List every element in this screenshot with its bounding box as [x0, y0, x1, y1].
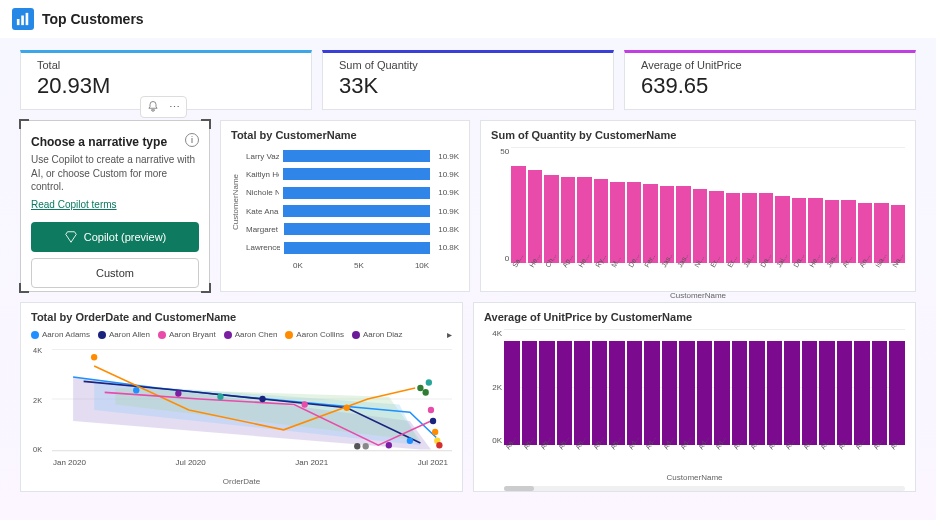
bar[interactable] [872, 341, 888, 445]
bar[interactable] [557, 341, 573, 445]
bar-chart-icon [12, 8, 34, 30]
svg-rect-1 [21, 16, 24, 26]
bar[interactable] [784, 341, 800, 445]
bar[interactable] [627, 341, 643, 445]
bar-fill [284, 242, 431, 254]
more-options-icon[interactable]: ⋯ [169, 101, 180, 114]
svg-point-17 [407, 438, 413, 445]
page-title: Top Customers [42, 11, 144, 27]
bar[interactable] [504, 341, 520, 445]
bar-row[interactable]: Larry Vaz...10.9K [246, 150, 459, 162]
x-axis-ticks: Jan 2020 Jul 2020 Jan 2021 Jul 2021 [31, 458, 452, 467]
bar[interactable] [609, 341, 625, 445]
kpi-quantity[interactable]: Sum of Quantity 33K [322, 50, 614, 110]
copilot-terms-link[interactable]: Read Copilot terms [31, 199, 117, 210]
bar[interactable] [837, 341, 853, 445]
bar[interactable] [522, 341, 538, 445]
selection-corner [19, 283, 29, 293]
notification-icon[interactable] [147, 100, 159, 114]
legend-dot [98, 331, 106, 339]
legend-item[interactable]: Aaron Chen [224, 330, 278, 339]
horizontal-scrollbar[interactable] [504, 486, 905, 491]
bar-value: 10.9K [438, 152, 459, 161]
selection-corner [19, 119, 29, 129]
bar-row[interactable]: Kaitlyn He...10.9K [246, 168, 459, 180]
svg-rect-2 [26, 13, 29, 25]
kpi-value: 33K [339, 73, 597, 99]
svg-rect-0 [17, 19, 20, 25]
svg-point-22 [432, 429, 438, 436]
y-axis-label: CustomerName [231, 147, 240, 257]
bar[interactable] [610, 182, 625, 263]
legend-item[interactable]: Aaron Bryant [158, 330, 216, 339]
svg-point-25 [426, 379, 432, 386]
legend-label: Aaron Bryant [169, 330, 216, 339]
chart-total-by-customer[interactable]: Total by CustomerName CustomerName Larry… [220, 120, 470, 292]
legend-dot [352, 331, 360, 339]
bar[interactable] [767, 341, 783, 445]
kpi-unitprice[interactable]: Average of UnitPrice 639.65 [624, 50, 916, 110]
bar-label: Kate Anand [246, 207, 279, 216]
bar[interactable] [819, 341, 835, 445]
bar-row[interactable]: Kate Anand10.9K [246, 205, 459, 217]
legend-item[interactable]: Aaron Collins [285, 330, 344, 339]
bar[interactable] [732, 341, 748, 445]
legend-item[interactable]: Aaron Allen [98, 330, 150, 339]
bar-row[interactable]: Nichole N...10.9K [246, 187, 459, 199]
bar[interactable] [854, 341, 870, 445]
selection-corner [201, 119, 211, 129]
bar-label: Kaitlyn He... [246, 170, 279, 179]
visual-header-buttons[interactable]: ⋯ [140, 96, 187, 118]
y-axis-ticks: 4K 2K 0K [484, 329, 502, 445]
bar-row[interactable]: Margaret ...10.8K [246, 223, 459, 235]
report-canvas: Total 20.93M Sum of Quantity 33K Average… [0, 38, 936, 520]
bar-fill [284, 223, 431, 235]
bar-value: 10.8K [438, 225, 459, 234]
legend-label: Aaron Chen [235, 330, 278, 339]
bar[interactable] [592, 341, 608, 445]
svg-point-9 [91, 354, 97, 361]
bar[interactable] [528, 170, 543, 263]
chart-qty-by-customer[interactable]: Sum of Quantity by CustomerName 50 0 Sa.… [480, 120, 916, 292]
info-icon[interactable]: i [185, 133, 199, 147]
chart-title: Total by CustomerName [231, 129, 459, 141]
bar[interactable] [539, 341, 555, 445]
svg-text:2K: 2K [33, 396, 42, 405]
legend-dot [158, 331, 166, 339]
copilot-icon [64, 230, 78, 244]
bar[interactable] [561, 177, 576, 263]
x-axis-label: CustomerName [491, 291, 905, 300]
bar[interactable] [627, 182, 642, 263]
bar[interactable] [679, 341, 695, 445]
bar[interactable] [544, 175, 559, 263]
bar-fill [283, 205, 430, 217]
bar[interactable] [802, 341, 818, 445]
bar[interactable] [594, 179, 609, 263]
legend-item[interactable]: Aaron Diaz [352, 330, 403, 339]
bar-row[interactable]: Lawrence ...10.8K [246, 242, 459, 254]
legend-item[interactable]: Aaron Adams [31, 330, 90, 339]
chart-total-by-date-customer[interactable]: Total by OrderDate and CustomerName Aaro… [20, 302, 463, 492]
svg-point-21 [430, 418, 436, 425]
bar[interactable] [714, 341, 730, 445]
bar[interactable] [644, 341, 660, 445]
chart-avg-unitprice-by-customer[interactable]: Average of UnitPrice by CustomerName 4K … [473, 302, 916, 492]
bar[interactable] [697, 341, 713, 445]
bar[interactable] [643, 184, 658, 263]
narrative-visual[interactable]: i Choose a narrative type Use Copilot to… [20, 120, 210, 292]
bar[interactable] [511, 166, 526, 263]
legend-label: Aaron Allen [109, 330, 150, 339]
bar-label: Nichole N... [246, 188, 279, 197]
kpi-label: Total [37, 59, 295, 71]
bar[interactable] [889, 341, 905, 445]
bar[interactable] [749, 341, 765, 445]
svg-point-13 [259, 396, 265, 403]
bar[interactable] [574, 341, 590, 445]
copilot-button[interactable]: Copilot (preview) [31, 222, 199, 252]
chevron-right-icon[interactable]: ▸ [447, 329, 452, 340]
bar[interactable] [662, 341, 678, 445]
bar-value: 10.9K [438, 188, 459, 197]
bar[interactable] [577, 177, 592, 263]
custom-button[interactable]: Custom [31, 258, 199, 288]
bar-label: Lawrence ... [246, 243, 280, 252]
